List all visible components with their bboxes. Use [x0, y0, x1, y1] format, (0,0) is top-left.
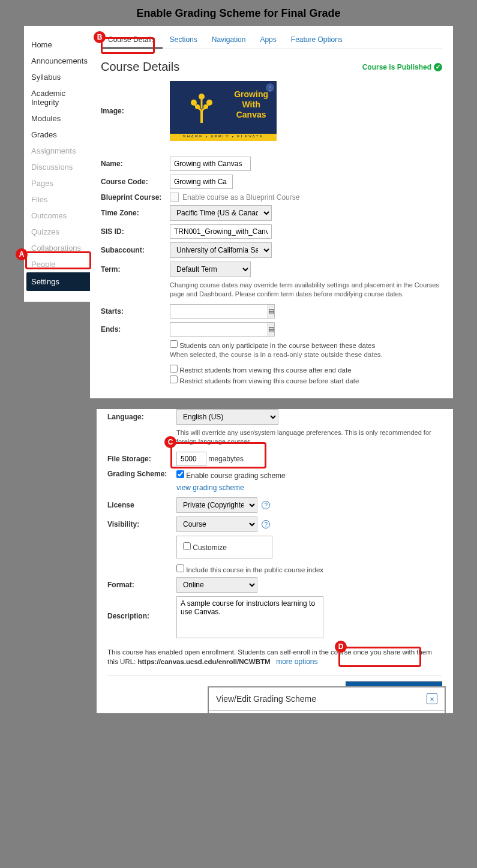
- tab-feature-options[interactable]: Feature Options: [284, 32, 350, 49]
- view-grading-scheme-link[interactable]: view grading scheme: [176, 482, 442, 494]
- sidebar-item-collaborations[interactable]: Collaborations: [31, 240, 90, 256]
- storage-unit: megabytes: [208, 455, 244, 463]
- label-ends: Ends:: [101, 325, 170, 334]
- svg-rect-0: [200, 110, 203, 123]
- readonly-note: When selected, the course is in a read-o…: [170, 351, 442, 358]
- sidebar-item-syllabus[interactable]: Syllabus: [31, 69, 90, 85]
- sidebar-item-announcements[interactable]: Announcements: [31, 53, 90, 69]
- label-language: Language:: [107, 413, 176, 421]
- close-icon[interactable]: ×: [427, 693, 437, 704]
- sidebar-item-home[interactable]: Home: [31, 37, 90, 53]
- svg-point-6: [199, 94, 205, 100]
- calendar-icon[interactable]: ▤: [268, 304, 275, 319]
- sidebar-item-quizzes[interactable]: Quizzes: [31, 224, 90, 240]
- page-title: Enable Grading Scheme for Final Grade: [0, 0, 477, 26]
- grading-scheme-checkbox[interactable]: Enable course grading scheme: [176, 470, 442, 482]
- callout-a-badge: A: [16, 248, 28, 260]
- helper-term-dates: Changing course dates may override term …: [170, 281, 442, 299]
- restrict-after-checkbox[interactable]: Restrict students from viewing this cour…: [170, 365, 442, 374]
- description-textarea[interactable]: A sample course for instructors learning…: [176, 596, 323, 638]
- customize-checkbox[interactable]: Customize: [176, 536, 272, 558]
- tab-navigation[interactable]: Navigation: [205, 32, 253, 49]
- help-icon[interactable]: ?: [262, 520, 270, 528]
- sidebar-item-academic-integrity[interactable]: Academic Integrity: [31, 85, 79, 110]
- public-index-checkbox[interactable]: Include this course in the public course…: [176, 564, 442, 573]
- course-nav-sidebar: Home Announcements Syllabus Academic Int…: [24, 26, 90, 302]
- label-term: Term:: [101, 265, 170, 274]
- label-visibility: Visibility:: [107, 520, 176, 528]
- storage-input[interactable]: [176, 452, 206, 466]
- subaccount-select[interactable]: University of California San D: [170, 242, 272, 258]
- label-format: Format:: [107, 581, 176, 589]
- sidebar-item-outcomes[interactable]: Outcomes: [31, 208, 90, 224]
- modal-title: View/Edit Grading Scheme: [216, 694, 316, 704]
- format-select[interactable]: Online: [176, 577, 257, 593]
- timezone-select[interactable]: Pacific Time (US & Canada) (-0: [170, 205, 272, 221]
- grading-scheme-modal: View/Edit Grading Scheme × 🔍 Select Anot…: [208, 687, 445, 713]
- sidebar-item-grades[interactable]: Grades: [31, 127, 90, 143]
- restrict-before-checkbox[interactable]: Restrict students from viewing this cour…: [170, 376, 442, 385]
- more-options-link[interactable]: more options: [276, 657, 317, 666]
- sidebar-item-settings[interactable]: Settings: [26, 272, 92, 291]
- tab-sections[interactable]: Sections: [163, 32, 205, 49]
- content-panel: Course Details Sections Navigation Apps …: [90, 26, 453, 398]
- label-subaccount: Subaccount:: [101, 246, 170, 254]
- sidebar-item-assignments[interactable]: Assignments: [31, 143, 90, 159]
- callout-d-badge: D: [335, 641, 347, 653]
- participate-checkbox[interactable]: Students can only participate in the cou…: [170, 340, 442, 349]
- tab-course-details[interactable]: Course Details: [101, 32, 163, 49]
- label-image: Image:: [101, 107, 170, 115]
- license-select[interactable]: Private (Copyrighted): [176, 497, 257, 513]
- label-code: Course Code:: [101, 178, 170, 186]
- helper-language: This will override any user/system langu…: [176, 428, 442, 447]
- published-status: Course is Published ✓: [362, 63, 442, 71]
- enroll-text: This course has enabled open enrollment.…: [107, 647, 442, 667]
- label-grading: Grading Scheme:: [107, 470, 176, 478]
- sidebar-item-discussions[interactable]: Discussions: [31, 159, 90, 175]
- label-sisid: SIS ID:: [101, 227, 170, 236]
- course-image[interactable]: ⋮ Growing With: [170, 81, 277, 141]
- visibility-select[interactable]: Course: [176, 516, 257, 532]
- label-starts: Starts:: [101, 307, 170, 316]
- section-title: Course Details: [101, 60, 179, 74]
- help-icon[interactable]: ?: [262, 501, 270, 509]
- check-icon: ✓: [434, 63, 442, 71]
- name-input[interactable]: [170, 157, 251, 171]
- svg-point-5: [206, 100, 212, 106]
- label-storage: File Storage:: [107, 455, 176, 463]
- label-timezone: Time Zone:: [101, 209, 170, 217]
- settings-tabs: Course Details Sections Navigation Apps …: [101, 32, 442, 49]
- callout-c-badge: C: [164, 436, 176, 448]
- start-date-input[interactable]: [170, 304, 268, 319]
- calendar-icon[interactable]: ▤: [268, 322, 275, 337]
- label-description: Description:: [107, 596, 176, 620]
- tree-icon: [187, 92, 217, 125]
- svg-point-8: [203, 104, 208, 109]
- sidebar-item-files[interactable]: Files: [31, 191, 90, 208]
- blueprint-checkbox[interactable]: Enable course as a Blueprint Course: [170, 193, 442, 202]
- sidebar-item-modules[interactable]: Modules: [31, 110, 90, 127]
- code-input[interactable]: [170, 175, 233, 189]
- label-license: License: [107, 501, 176, 509]
- term-select[interactable]: Default Term: [170, 262, 251, 277]
- svg-point-7: [195, 104, 200, 109]
- language-select[interactable]: English (US): [176, 409, 278, 425]
- sisid-input[interactable]: [170, 224, 272, 239]
- end-date-input[interactable]: [170, 322, 268, 337]
- sidebar-item-people[interactable]: People: [31, 256, 90, 272]
- content-panel-lower: Language: English (US) This will overrid…: [97, 409, 453, 714]
- sidebar-item-pages[interactable]: Pages: [31, 175, 90, 191]
- label-blueprint: Blueprint Course:: [101, 193, 170, 202]
- svg-point-4: [191, 100, 197, 106]
- tab-apps[interactable]: Apps: [253, 32, 283, 49]
- label-name: Name:: [101, 160, 170, 168]
- callout-b-badge: B: [94, 31, 106, 43]
